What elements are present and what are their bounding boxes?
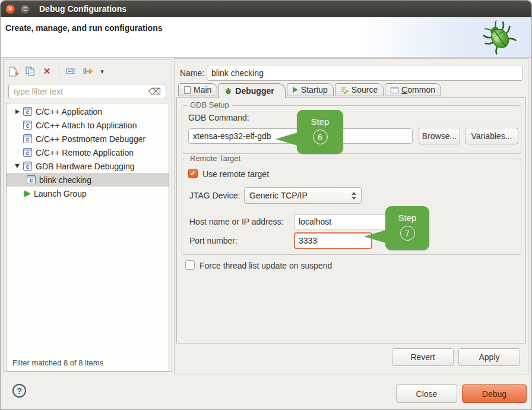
debug-configurations-dialog: ✕ Debug Configurations Create, manage, a… [0, 0, 532, 410]
host-input[interactable] [294, 214, 394, 229]
editor-tabs: Main Debugger Startup [178, 83, 442, 98]
tree-item-label: GDB Hardware Debugging [36, 162, 135, 171]
tree-item-label: blink checking [39, 175, 91, 185]
filter-status-text: Filter matched 8 of 8 items [12, 358, 103, 367]
remote-target-group: Remote Target ✓ Use remote target JTAG D… [182, 159, 521, 255]
name-label: Name: [180, 68, 204, 78]
main-tab-icon [184, 86, 191, 94]
host-label: Host name or IP address: [189, 217, 283, 226]
jtag-device-value: Generic TCP/IP [249, 191, 348, 200]
dialog-header: Create, manage, and run configurations [1, 17, 531, 58]
debug-bug-icon [482, 20, 517, 55]
tree-item-cpp-attach[interactable]: c C/C++ Attach to Application [7, 118, 169, 132]
filter-configurations-button[interactable] [81, 65, 94, 78]
clear-filter-icon[interactable]: ⌫ [148, 86, 161, 97]
maximize-icon [24, 7, 27, 11]
gdb-setup-title: GDB Setup [187, 100, 232, 109]
tree-item-cpp-postmortem[interactable]: c C/C++ Postmortem Debugger [7, 132, 169, 146]
window-close-button[interactable]: ✕ [5, 4, 15, 14]
duplicate-configuration-icon [25, 66, 36, 77]
step-7-label: Step [385, 213, 429, 223]
filter-input[interactable] [14, 87, 148, 96]
configurations-sidebar: ✕ ▾ ⌫ [3, 59, 172, 372]
use-remote-target-label: Use remote target [202, 169, 269, 179]
gdb-command-label: GDB Command: [188, 113, 249, 122]
common-tab-icon [391, 87, 398, 93]
revert-button[interactable]: Revert [392, 348, 454, 366]
tab-debugger[interactable]: Debugger [218, 83, 285, 98]
collapse-all-icon [66, 67, 77, 76]
name-input[interactable] [207, 65, 523, 81]
jtag-device-label: JTAG Device: [189, 191, 240, 200]
filter-field-wrap: ⌫ [8, 84, 166, 99]
step-7-callout: Step 7 [385, 206, 429, 250]
c-application-icon: c [23, 134, 32, 143]
tab-source[interactable]: Source [335, 83, 384, 96]
remote-target-title: Remote Target [187, 154, 243, 163]
debug-button[interactable]: Debug [462, 384, 527, 403]
step-6-number: 6 [313, 130, 328, 144]
close-icon: ✕ [8, 7, 13, 12]
check-icon: ✓ [190, 170, 196, 177]
variables-button[interactable]: Variables... [465, 128, 518, 144]
c-application-icon: c [23, 148, 32, 157]
text-cursor [318, 236, 318, 245]
debugger-tab-content: GDB Setup GDB Command: Browse... Variabl… [176, 97, 526, 343]
tree-item-label: C/C++ Application [36, 107, 102, 116]
step-6-callout: Step 6 [297, 110, 343, 154]
tree-item-cpp-remote[interactable]: c C/C++ Remote Application [7, 146, 169, 159]
close-button[interactable]: Close [396, 384, 457, 403]
step-6-label: Step [297, 116, 343, 127]
launch-group-icon [24, 191, 30, 197]
step-7-number: 7 [400, 226, 415, 241]
toolbar-menu-button[interactable]: ▾ [98, 65, 106, 78]
tree-item-blink-checking[interactable]: c blink checking [7, 173, 169, 187]
collapse-arrow-icon[interactable] [14, 164, 21, 168]
duplicate-configuration-button[interactable] [24, 65, 37, 78]
debugger-tab-icon [224, 87, 232, 95]
configuration-editor: Name: Main Debugger Startup [174, 58, 528, 374]
expand-arrow-icon[interactable] [14, 109, 21, 114]
window-maximize-button[interactable] [20, 4, 30, 14]
filter-configurations-icon [83, 67, 93, 75]
help-button[interactable]: ? [12, 384, 26, 398]
sidebar-toolbar: ✕ ▾ [7, 64, 106, 78]
titlebar: ✕ Debug Configurations [1, 1, 531, 17]
force-thread-checkbox[interactable] [185, 260, 195, 270]
tree-item-cpp-application[interactable]: c C/C++ Application [7, 105, 169, 118]
tree-item-launch-group[interactable]: Launch Group [7, 187, 169, 200]
dialog-subtitle: Create, manage, and run configurations [5, 23, 163, 33]
new-configuration-button[interactable] [7, 65, 20, 78]
chevron-down-icon: ▾ [100, 68, 104, 75]
use-remote-target-checkbox[interactable]: ✓ [188, 169, 198, 178]
tree-item-label: C/C++ Remote Application [36, 148, 134, 157]
window-title: Debug Configurations [39, 4, 126, 14]
tree-item-label: C/C++ Postmortem Debugger [36, 134, 145, 144]
c-application-icon: c [27, 175, 36, 184]
c-application-icon: c [23, 162, 32, 171]
c-application-icon: c [23, 121, 32, 130]
browse-button[interactable]: Browse... [419, 128, 460, 144]
new-configuration-icon [8, 66, 20, 77]
toolbar-separator [59, 66, 59, 77]
tab-startup[interactable]: Startup [287, 83, 334, 96]
port-label: Port number: [189, 236, 238, 245]
tab-main[interactable]: Main [178, 83, 217, 96]
tree-item-label: C/C++ Attach to Application [36, 121, 137, 130]
tab-common[interactable]: Common [385, 83, 441, 96]
configurations-tree: c C/C++ Application c C/C++ Attach to Ap… [6, 103, 169, 371]
collapse-all-button[interactable] [65, 65, 78, 78]
force-thread-label: Force thread list update on suspend [200, 261, 332, 270]
gdb-setup-group: GDB Setup GDB Command: Browse... Variabl… [182, 105, 521, 154]
port-value: 3333 [299, 236, 317, 245]
port-input[interactable]: 3333 [294, 232, 372, 249]
tree-item-gdb-hardware[interactable]: c GDB Hardware Debugging [7, 159, 169, 173]
combo-spinner-icon [352, 192, 356, 200]
jtag-device-combo[interactable]: Generic TCP/IP [244, 187, 362, 204]
startup-tab-icon [293, 87, 298, 93]
delete-configuration-button[interactable]: ✕ [40, 65, 53, 78]
c-application-icon: c [23, 107, 32, 116]
delete-icon: ✕ [43, 66, 51, 77]
apply-button[interactable]: Apply [458, 348, 520, 366]
help-icon: ? [17, 386, 22, 396]
